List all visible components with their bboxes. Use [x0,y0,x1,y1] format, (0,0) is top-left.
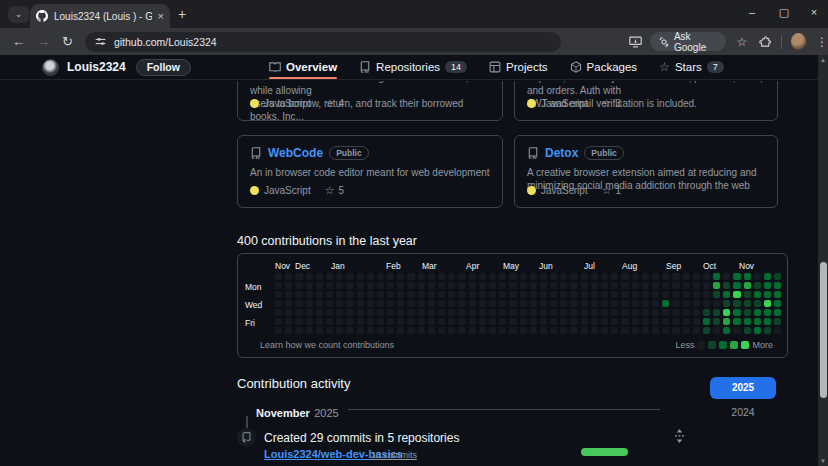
contribution-cell[interactable] [733,291,740,298]
contribution-cell[interactable] [560,327,567,334]
contribution-cell[interactable] [672,318,679,325]
contribution-week[interactable] [306,273,313,334]
contribution-cell[interactable] [306,309,313,316]
contribution-cell[interactable] [469,282,476,289]
contribution-cell[interactable] [601,282,608,289]
contribution-cell[interactable] [428,327,435,334]
contribution-cell[interactable] [499,273,506,280]
contribution-cell[interactable] [733,282,740,289]
contribution-cell[interactable] [652,291,659,298]
contribution-week[interactable] [387,273,394,334]
contribution-cell[interactable] [479,318,486,325]
contribution-cell[interactable] [479,309,486,316]
contribution-cell[interactable] [723,291,730,298]
contribution-cell[interactable] [683,291,690,298]
contribution-cell[interactable] [295,291,302,298]
contribution-cell[interactable] [509,327,516,334]
extensions-puzzle-icon[interactable] [759,36,771,48]
contribution-week[interactable] [418,273,425,334]
contribution-cell[interactable] [428,282,435,289]
contribution-week[interactable] [407,273,414,334]
contribution-cell[interactable] [550,309,557,316]
send-to-device-icon[interactable] [629,36,642,48]
contribution-week[interactable] [479,273,486,334]
contribution-cell[interactable] [316,318,323,325]
contribution-cell[interactable] [458,327,465,334]
contribution-cell[interactable] [346,300,353,307]
contribution-cell[interactable] [306,327,313,334]
contribution-cell[interactable] [621,282,628,289]
contribution-cell[interactable] [458,273,465,280]
contribution-cell[interactable] [377,273,384,280]
contribution-cell[interactable] [713,282,720,289]
contribution-cell[interactable] [642,300,649,307]
contribution-cell[interactable] [744,291,751,298]
site-settings-icon[interactable] [95,36,106,47]
contribution-cell[interactable] [387,300,394,307]
contribution-cell[interactable] [357,273,364,280]
contribution-cell[interactable] [377,318,384,325]
contribution-cell[interactable] [377,282,384,289]
contribution-cell[interactable] [428,309,435,316]
contribution-cell[interactable] [407,309,414,316]
contribution-cell[interactable] [764,300,771,307]
contribution-week[interactable] [397,273,404,334]
tab-stars[interactable]: ☆ Stars 7 [659,55,724,79]
contribution-cell[interactable] [713,327,720,334]
contribution-cell[interactable] [774,327,781,334]
contribution-cell[interactable] [723,309,730,316]
contribution-cell[interactable] [326,309,333,316]
contribution-cell[interactable] [306,282,313,289]
contribution-cell[interactable] [591,273,598,280]
scroll-down-icon[interactable]: ▼ [818,458,828,464]
contribution-cell[interactable] [306,291,313,298]
contribution-cell[interactable] [662,282,669,289]
contribution-cell[interactable] [693,327,700,334]
contribution-cell[interactable] [733,273,740,280]
contribution-cell[interactable] [418,309,425,316]
contribution-cell[interactable] [560,300,567,307]
contribution-cell[interactable] [672,327,679,334]
contribution-cell[interactable] [458,318,465,325]
contribution-week[interactable] [611,273,618,334]
contribution-grid[interactable] [275,273,781,334]
profile-avatar[interactable] [42,59,59,76]
contribution-cell[interactable] [764,309,771,316]
tab-repositories[interactable]: Repositories 14 [359,55,467,79]
contribution-cell[interactable] [560,318,567,325]
contribution-cell[interactable] [479,291,486,298]
window-minimize-button[interactable]: – [744,6,760,18]
contribution-cell[interactable] [693,282,700,289]
tab-search-button[interactable]: ⌄ [8,6,29,23]
contribution-cell[interactable] [530,282,537,289]
contribution-cell[interactable] [438,318,445,325]
contribution-cell[interactable] [581,309,588,316]
contribution-cell[interactable] [377,327,384,334]
contribution-cell[interactable] [367,273,374,280]
contribution-cell[interactable] [397,327,404,334]
contribution-cell[interactable] [581,300,588,307]
contribution-cell[interactable] [397,318,404,325]
contribution-week[interactable] [693,273,700,334]
tab-projects[interactable]: Projects [489,55,548,79]
contribution-cell[interactable] [438,273,445,280]
contribution-cell[interactable] [611,309,618,316]
contribution-cell[interactable] [275,300,282,307]
contribution-cell[interactable] [387,318,394,325]
contribution-cell[interactable] [418,291,425,298]
contribution-cell[interactable] [397,300,404,307]
contribution-cell[interactable] [438,327,445,334]
contribution-cell[interactable] [662,327,669,334]
contribution-cell[interactable] [499,327,506,334]
scroll-up-icon[interactable]: ▲ [818,57,828,63]
contribution-week[interactable] [367,273,374,334]
contribution-cell[interactable] [469,300,476,307]
contribution-cell[interactable] [520,300,527,307]
contribution-cell[interactable] [744,300,751,307]
contribution-cell[interactable] [621,309,628,316]
contribution-cell[interactable] [275,282,282,289]
contribution-cell[interactable] [407,273,414,280]
contribution-cell[interactable] [285,318,292,325]
contribution-cell[interactable] [611,291,618,298]
contribution-cell[interactable] [744,282,751,289]
